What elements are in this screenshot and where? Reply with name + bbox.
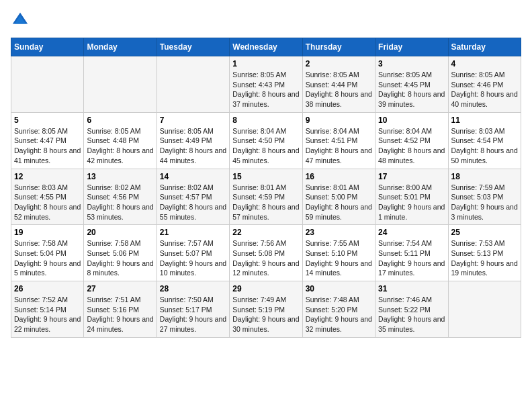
day-number: 3: [378, 59, 445, 68]
day-number: 10: [378, 116, 445, 125]
day-detail: Sunrise: 7:57 AM Sunset: 5:07 PM Dayligh…: [160, 238, 226, 278]
day-detail: Sunrise: 8:01 AM Sunset: 5:00 PM Dayligh…: [306, 183, 372, 222]
day-detail: Sunrise: 8:00 AM Sunset: 5:01 PM Dayligh…: [378, 183, 445, 222]
day-number: 29: [232, 284, 299, 293]
calendar-cell: 24Sunrise: 7:54 AM Sunset: 5:11 PM Dayli…: [375, 225, 448, 281]
day-number: 19: [14, 228, 81, 237]
day-detail: Sunrise: 8:03 AM Sunset: 4:54 PM Dayligh…: [451, 126, 518, 166]
logo-icon: [11, 11, 30, 30]
day-detail: Sunrise: 8:02 AM Sunset: 4:57 PM Dayligh…: [160, 183, 226, 222]
day-detail: Sunrise: 7:55 AM Sunset: 5:10 PM Dayligh…: [306, 238, 372, 278]
day-detail: Sunrise: 8:05 AM Sunset: 4:44 PM Dayligh…: [306, 70, 372, 109]
day-detail: Sunrise: 7:53 AM Sunset: 5:13 PM Dayligh…: [451, 238, 518, 278]
calendar-cell: 10Sunrise: 8:04 AM Sunset: 4:52 PM Dayli…: [375, 112, 448, 169]
day-detail: Sunrise: 7:48 AM Sunset: 5:20 PM Dayligh…: [306, 295, 372, 334]
day-detail: Sunrise: 7:56 AM Sunset: 5:08 PM Dayligh…: [232, 238, 299, 278]
calendar-cell: 11Sunrise: 8:03 AM Sunset: 4:54 PM Dayli…: [448, 112, 521, 169]
day-number: 6: [87, 116, 153, 125]
calendar-cell: 14Sunrise: 8:02 AM Sunset: 4:57 PM Dayli…: [157, 169, 229, 225]
day-number: 30: [306, 284, 372, 293]
calendar-cell: 3Sunrise: 8:05 AM Sunset: 4:45 PM Daylig…: [375, 56, 448, 113]
day-detail: Sunrise: 7:54 AM Sunset: 5:11 PM Dayligh…: [378, 238, 445, 278]
day-detail: Sunrise: 8:05 AM Sunset: 4:47 PM Dayligh…: [14, 126, 81, 166]
day-detail: Sunrise: 8:05 AM Sunset: 4:49 PM Dayligh…: [160, 126, 226, 166]
day-detail: Sunrise: 8:04 AM Sunset: 4:51 PM Dayligh…: [306, 126, 372, 166]
day-number: 14: [160, 172, 226, 181]
calendar-cell: 16Sunrise: 8:01 AM Sunset: 5:00 PM Dayli…: [302, 169, 375, 225]
day-detail: Sunrise: 8:01 AM Sunset: 4:59 PM Dayligh…: [232, 183, 299, 222]
calendar-cell: 26Sunrise: 7:52 AM Sunset: 5:14 PM Dayli…: [11, 281, 84, 338]
day-detail: Sunrise: 8:05 AM Sunset: 4:43 PM Dayligh…: [232, 70, 299, 109]
day-number: 22: [232, 228, 299, 237]
calendar-cell: [11, 56, 84, 113]
day-detail: Sunrise: 7:49 AM Sunset: 5:19 PM Dayligh…: [232, 295, 299, 334]
day-detail: Sunrise: 7:58 AM Sunset: 5:06 PM Dayligh…: [87, 238, 153, 278]
calendar-cell: 27Sunrise: 7:51 AM Sunset: 5:16 PM Dayli…: [84, 281, 157, 338]
calendar-cell: 6Sunrise: 8:05 AM Sunset: 4:48 PM Daylig…: [84, 112, 157, 169]
calendar-cell: 7Sunrise: 8:05 AM Sunset: 4:49 PM Daylig…: [157, 112, 229, 169]
day-header-wednesday: Wednesday: [230, 38, 302, 56]
day-number: 5: [14, 116, 81, 125]
calendar-week-2: 5Sunrise: 8:05 AM Sunset: 4:47 PM Daylig…: [11, 112, 521, 169]
day-detail: Sunrise: 7:46 AM Sunset: 5:22 PM Dayligh…: [378, 295, 445, 334]
day-number: 23: [306, 228, 372, 237]
day-detail: Sunrise: 7:58 AM Sunset: 5:04 PM Dayligh…: [14, 238, 81, 278]
day-number: 24: [378, 228, 445, 237]
day-detail: Sunrise: 8:04 AM Sunset: 4:52 PM Dayligh…: [378, 126, 445, 166]
calendar-cell: 28Sunrise: 7:50 AM Sunset: 5:17 PM Dayli…: [157, 281, 229, 338]
day-number: 2: [306, 59, 372, 68]
day-number: 28: [160, 284, 226, 293]
calendar-cell: 12Sunrise: 8:03 AM Sunset: 4:55 PM Dayli…: [11, 169, 84, 225]
day-detail: Sunrise: 8:03 AM Sunset: 4:55 PM Dayligh…: [14, 183, 81, 222]
day-number: 20: [87, 228, 153, 237]
day-detail: Sunrise: 7:52 AM Sunset: 5:14 PM Dayligh…: [14, 295, 81, 334]
day-number: 7: [160, 116, 226, 125]
calendar-cell: 2Sunrise: 8:05 AM Sunset: 4:44 PM Daylig…: [302, 56, 375, 113]
calendar-cell: 19Sunrise: 7:58 AM Sunset: 5:04 PM Dayli…: [11, 225, 84, 281]
day-number: 17: [378, 172, 445, 181]
calendar-cell: 4Sunrise: 8:05 AM Sunset: 4:46 PM Daylig…: [448, 56, 521, 113]
day-number: 1: [232, 59, 299, 68]
calendar-cell: 8Sunrise: 8:04 AM Sunset: 4:50 PM Daylig…: [230, 112, 302, 169]
calendar-cell: 20Sunrise: 7:58 AM Sunset: 5:06 PM Dayli…: [84, 225, 157, 281]
day-detail: Sunrise: 8:05 AM Sunset: 4:45 PM Dayligh…: [378, 70, 445, 109]
calendar-cell: 21Sunrise: 7:57 AM Sunset: 5:07 PM Dayli…: [157, 225, 229, 281]
calendar-cell: [448, 281, 521, 338]
day-detail: Sunrise: 8:04 AM Sunset: 4:50 PM Dayligh…: [232, 126, 299, 166]
day-number: 21: [160, 228, 226, 237]
day-header-sunday: Sunday: [11, 38, 84, 56]
day-header-thursday: Thursday: [302, 38, 375, 56]
day-number: 8: [232, 116, 299, 125]
day-number: 13: [87, 172, 153, 181]
day-number: 16: [306, 172, 372, 181]
day-detail: Sunrise: 7:51 AM Sunset: 5:16 PM Dayligh…: [87, 295, 153, 334]
calendar-week-4: 19Sunrise: 7:58 AM Sunset: 5:04 PM Dayli…: [11, 225, 521, 281]
day-number: 18: [451, 172, 518, 181]
page-header: [11, 11, 521, 30]
day-number: 31: [378, 284, 445, 293]
calendar-cell: 17Sunrise: 8:00 AM Sunset: 5:01 PM Dayli…: [375, 169, 448, 225]
calendar-cell: 31Sunrise: 7:46 AM Sunset: 5:22 PM Dayli…: [375, 281, 448, 338]
day-detail: Sunrise: 8:05 AM Sunset: 4:46 PM Dayligh…: [451, 70, 518, 109]
calendar-table: SundayMondayTuesdayWednesdayThursdayFrid…: [11, 38, 521, 338]
calendar-cell: 25Sunrise: 7:53 AM Sunset: 5:13 PM Dayli…: [448, 225, 521, 281]
logo: [11, 11, 32, 30]
calendar-cell: 18Sunrise: 7:59 AM Sunset: 5:03 PM Dayli…: [448, 169, 521, 225]
calendar-cell: 1Sunrise: 8:05 AM Sunset: 4:43 PM Daylig…: [230, 56, 302, 113]
day-header-tuesday: Tuesday: [157, 38, 229, 56]
calendar-cell: 29Sunrise: 7:49 AM Sunset: 5:19 PM Dayli…: [230, 281, 302, 338]
calendar-week-3: 12Sunrise: 8:03 AM Sunset: 4:55 PM Dayli…: [11, 169, 521, 225]
calendar-cell: 13Sunrise: 8:02 AM Sunset: 4:56 PM Dayli…: [84, 169, 157, 225]
calendar-header-row: SundayMondayTuesdayWednesdayThursdayFrid…: [11, 38, 521, 56]
day-number: 15: [232, 172, 299, 181]
calendar-week-5: 26Sunrise: 7:52 AM Sunset: 5:14 PM Dayli…: [11, 281, 521, 338]
day-number: 9: [306, 116, 372, 125]
day-number: 11: [451, 116, 518, 125]
calendar-cell: 30Sunrise: 7:48 AM Sunset: 5:20 PM Dayli…: [302, 281, 375, 338]
day-detail: Sunrise: 7:59 AM Sunset: 5:03 PM Dayligh…: [451, 183, 518, 222]
day-number: 27: [87, 284, 153, 293]
calendar-cell: [84, 56, 157, 113]
day-detail: Sunrise: 8:02 AM Sunset: 4:56 PM Dayligh…: [87, 183, 153, 222]
calendar-cell: 9Sunrise: 8:04 AM Sunset: 4:51 PM Daylig…: [302, 112, 375, 169]
day-detail: Sunrise: 8:05 AM Sunset: 4:48 PM Dayligh…: [87, 126, 153, 166]
